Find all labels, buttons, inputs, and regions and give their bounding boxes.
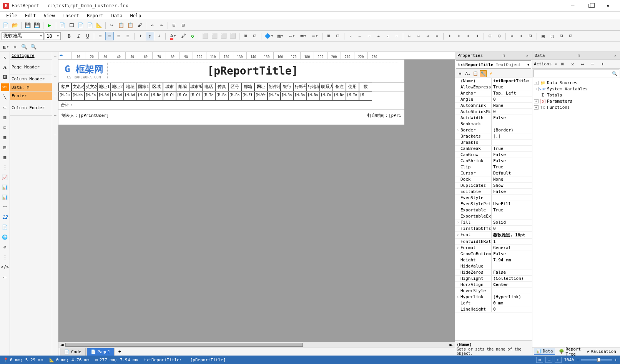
border-right-button[interactable]: ⬜	[229, 32, 237, 40]
space-h-inc-button[interactable]: ⬌	[414, 32, 423, 40]
align-middles-button[interactable]: ⫞	[383, 32, 392, 40]
preview-button[interactable]: ▶	[45, 21, 54, 30]
data-search-input[interactable]: 🔍	[533, 70, 619, 77]
col-header-cell[interactable]: 邮箱	[241, 83, 254, 91]
data-cell[interactable]: [M.Cu	[58, 92, 71, 101]
data-cell[interactable]: [M.Te	[202, 92, 215, 101]
col-header-cell[interactable]: 地址1	[98, 83, 111, 91]
save-all-button[interactable]: 💾	[33, 21, 41, 30]
report-title-text[interactable]: [pReportTitle]	[107, 63, 398, 79]
space-v-button[interactable]: ⬍	[445, 32, 454, 40]
paste-button[interactable]: 📋	[126, 21, 135, 30]
new-dialog-button[interactable]: 🗔	[67, 21, 76, 30]
prop-row-autoshrinkminsiz[interactable]: AutoShrinkMinSiz0	[455, 109, 532, 115]
shape-tool[interactable]: ▭	[1, 103, 9, 111]
col-header-cell[interactable]: 邮编	[176, 83, 189, 91]
format-painter-button[interactable]: 🖌	[135, 21, 144, 30]
undo-button[interactable]: ↶	[148, 21, 156, 30]
new-button[interactable]: 📄	[2, 21, 10, 30]
checkbox-tool[interactable]: ☑	[1, 123, 9, 131]
data-cell[interactable]: [M.Co	[137, 92, 150, 101]
svg-tool[interactable]: SVG	[1, 83, 9, 91]
data-cell[interactable]: [M.Fa	[215, 92, 228, 101]
prop-row-format[interactable]: ›FormatGeneral	[455, 245, 532, 251]
band-footer[interactable]: Footer	[10, 92, 52, 100]
prop-row-hidezeros[interactable]: HideZerosFalse	[455, 269, 532, 276]
line-width-button[interactable]: ═▼	[298, 32, 309, 40]
highlight-button[interactable]: 🖍	[179, 32, 188, 40]
data-cell[interactable]: [M.Re	[333, 92, 346, 101]
tree-node-data-sources[interactable]: +📁Data Sources	[534, 80, 618, 86]
subreport-tool[interactable]: ▭	[1, 273, 9, 281]
data-btn-3[interactable]: ↔	[578, 60, 587, 68]
find-button[interactable]: 🔍	[20, 42, 28, 51]
band-column-header[interactable]: Column Header	[10, 75, 52, 83]
rich-tool[interactable]: 📄	[1, 223, 9, 231]
delete-page-button[interactable]: 📄	[76, 21, 85, 30]
col-header-cell[interactable]: 网址	[254, 83, 268, 91]
prop-categorized-button[interactable]: ⊞	[457, 70, 464, 77]
prop-properties-button[interactable]: 📋	[472, 70, 479, 77]
data-btn-5[interactable]: +	[598, 60, 607, 68]
col-header-cell[interactable]: 城市编	[189, 83, 202, 91]
menu-edit[interactable]: Edit	[21, 12, 40, 20]
data-cell[interactable]: [M.Ad	[124, 92, 137, 101]
chart2-tool[interactable]: 📊	[1, 193, 9, 201]
border-all-button[interactable]: ⊞	[241, 32, 250, 40]
ungroup-button[interactable]: ⊟	[179, 21, 188, 30]
data-btn-1[interactable]: ⊞	[558, 60, 567, 68]
barcode-tool[interactable]: ▥	[1, 113, 9, 121]
data-cell[interactable]: [M.Ba	[281, 92, 294, 101]
data-cell[interactable]: [M.Re	[150, 92, 163, 101]
prop-row-angle[interactable]: Angle0	[455, 96, 532, 103]
data-cell[interactable]: [M.Co	[320, 92, 333, 101]
data-cell[interactable]: [M.Zi	[241, 92, 254, 101]
status-btn-3[interactable]: ⊡	[555, 357, 562, 363]
border-left-button[interactable]: ⬜	[219, 32, 228, 40]
add-page-button[interactable]: +	[115, 348, 124, 356]
save-button[interactable]: 💾	[23, 21, 32, 30]
border-bottom-button[interactable]: ⬜	[210, 32, 219, 40]
prop-row-fill[interactable]: ›FillSolid	[455, 219, 532, 226]
prop-lightning-button[interactable]: ⚡	[487, 70, 494, 77]
prop-row-autowidth[interactable]: AutoWidthFalse	[455, 115, 532, 121]
prop-row-dock[interactable]: DockNone	[455, 176, 532, 183]
data-cell[interactable]: [M.En	[85, 92, 98, 101]
data-close-icon[interactable]: ✕	[613, 53, 618, 58]
band-column-footer[interactable]: Column Footer	[10, 100, 52, 116]
prop-row-bookmark[interactable]: Bookmark	[455, 121, 532, 127]
underline-button[interactable]: U	[83, 32, 92, 40]
same-height-button[interactable]: ⬍	[517, 32, 525, 40]
pointer-tool[interactable]: ↖	[1, 53, 9, 61]
copy-page-button[interactable]: 📄	[86, 21, 94, 30]
col-header-cell[interactable]: 备注	[333, 83, 346, 91]
align-centers-button[interactable]: ⫠	[356, 32, 364, 40]
menu-data[interactable]: Data	[107, 12, 126, 20]
properties-close-icon[interactable]: ✕	[525, 53, 530, 58]
data-pin-icon[interactable]: ⊓	[577, 53, 581, 58]
font-name-combo[interactable]: 微软雅黑▼	[2, 32, 44, 40]
table-tool[interactable]: ▦	[1, 133, 9, 141]
prop-row-canshrink[interactable]: CanShrinkFalse	[455, 158, 532, 164]
actions-dropdown[interactable]: Actions ▼	[534, 61, 557, 66]
footer-band[interactable]: 合计：	[58, 101, 404, 110]
prop-row-breakto[interactable]: BreakTo	[455, 140, 532, 146]
copy-button[interactable]: 📋	[117, 21, 125, 30]
gauge-tool[interactable]: ⊗	[1, 243, 9, 251]
space-h-rem-button[interactable]: ⬌	[433, 32, 441, 40]
data-tree[interactable]: +📁Data Sources+varSystem VariablesΣTotal…	[532, 78, 620, 347]
column-footer-band[interactable]: 制表人：[pPrintUser] 打印时间：[pPri	[58, 110, 404, 125]
prop-row-editable[interactable]: EditableFalse	[455, 189, 532, 195]
data-cell[interactable]: [M.Ad	[111, 92, 124, 101]
col-header-cell[interactable]: 行地址	[307, 83, 320, 91]
valign-middle-button[interactable]: ↕	[146, 32, 154, 40]
new-page-button[interactable]: 📄	[58, 21, 66, 30]
tab-code[interactable]: 📄Code	[60, 348, 86, 356]
close-button[interactable]: ✕	[599, 0, 617, 12]
prop-row-anchor[interactable]: AnchorTop, Left	[455, 90, 532, 96]
space-h-button[interactable]: ⬌	[405, 32, 414, 40]
prop-row-canbreak[interactable]: CanBreakTrue	[455, 146, 532, 152]
page-setup-button[interactable]: 📐	[95, 21, 103, 30]
bold-button[interactable]: B	[65, 32, 73, 40]
prop-row-evenstyle[interactable]: EvenStyle	[455, 195, 532, 201]
